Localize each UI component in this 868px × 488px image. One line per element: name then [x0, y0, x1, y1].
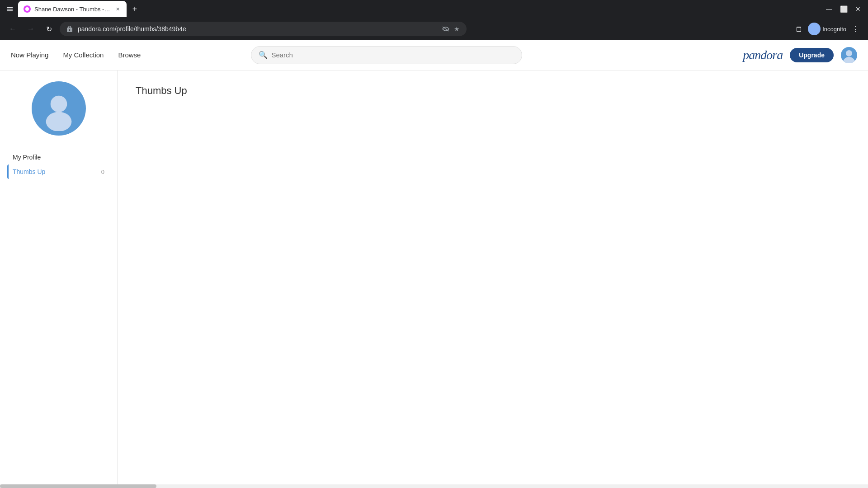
tab-title: Shane Dawson - Thumbs - Pan…	[34, 6, 110, 13]
search-bar[interactable]: 🔍	[251, 46, 522, 64]
my-profile-label: My Profile	[7, 150, 110, 164]
thumbs-up-menu-item[interactable]: Thumbs Up 0	[7, 164, 110, 179]
pandora-main: My Profile Thumbs Up 0 Thumbs Up	[0, 70, 868, 488]
pandora-header-right: pandora Upgrade	[743, 47, 857, 63]
search-icon: 🔍	[259, 51, 268, 59]
menu-icon[interactable]: ⋮	[848, 22, 863, 36]
browser-toolbar-right: Incognito ⋮	[792, 22, 863, 36]
tab-favicon	[24, 5, 31, 13]
browser-profile-button[interactable]	[808, 23, 821, 35]
thumbs-up-label: Thumbs Up	[13, 168, 45, 175]
visible-off-icon[interactable]	[441, 24, 450, 33]
nav-my-collection[interactable]: My Collection	[63, 51, 104, 59]
upgrade-button[interactable]: Upgrade	[790, 48, 834, 62]
maximize-button[interactable]: ⬜	[837, 3, 850, 15]
tab-list-button[interactable]	[4, 3, 16, 15]
nav-now-playing[interactable]: Now Playing	[11, 51, 48, 59]
content-area: Thumbs Up	[118, 70, 868, 488]
page-title: Thumbs Up	[136, 85, 850, 97]
forward-button[interactable]: →	[24, 22, 38, 36]
user-avatar-header[interactable]	[841, 47, 857, 63]
svg-point-0	[25, 7, 29, 11]
scrollbar-thumb[interactable]	[0, 484, 156, 488]
svg-point-5	[46, 112, 71, 131]
window-controls: — ⬜ ✕	[823, 3, 864, 15]
address-bar-icons: ★	[441, 24, 461, 33]
tab-bar: Shane Dawson - Thumbs - Pan… ✕ + — ⬜ ✕	[0, 0, 868, 18]
minimize-button[interactable]: —	[823, 3, 835, 15]
extensions-icon[interactable]	[792, 22, 806, 36]
nav-browse[interactable]: Browse	[118, 51, 141, 59]
incognito-label: Incognito	[822, 26, 846, 33]
sidebar: My Profile Thumbs Up 0	[0, 70, 118, 488]
svg-point-4	[50, 96, 67, 113]
svg-point-1	[813, 26, 816, 29]
new-tab-button[interactable]: +	[128, 3, 141, 15]
pandora-app: Now Playing My Collection Browse 🔍 pando…	[0, 40, 868, 488]
active-tab[interactable]: Shane Dawson - Thumbs - Pan… ✕	[18, 1, 127, 17]
pandora-header: Now Playing My Collection Browse 🔍 pando…	[0, 40, 868, 70]
url-text: pandora.com/profile/thumbs/38b49b4e	[78, 25, 438, 33]
sidebar-menu: My Profile Thumbs Up 0	[7, 150, 110, 179]
search-input[interactable]	[271, 51, 514, 59]
browser-chrome: Shane Dawson - Thumbs - Pan… ✕ + — ⬜ ✕ ←…	[0, 0, 868, 40]
star-icon[interactable]: ★	[452, 24, 461, 33]
close-button[interactable]: ✕	[852, 3, 864, 15]
profile-avatar	[32, 81, 86, 136]
address-bar-row: ← → ↻ pandora.com/profile/thumbs/38b49b4…	[0, 18, 868, 40]
pandora-nav: Now Playing My Collection Browse	[11, 51, 141, 59]
refresh-button[interactable]: ↻	[42, 22, 56, 36]
thumbs-up-count: 0	[101, 169, 104, 175]
back-button[interactable]: ←	[5, 22, 20, 36]
tab-close-button[interactable]: ✕	[114, 5, 121, 13]
pandora-logo: pandora	[743, 48, 783, 62]
address-bar[interactable]: pandora.com/profile/thumbs/38b49b4e ★	[60, 22, 467, 36]
scrollbar-track[interactable]	[0, 484, 868, 488]
svg-point-2	[846, 50, 852, 56]
lock-icon	[65, 24, 74, 33]
